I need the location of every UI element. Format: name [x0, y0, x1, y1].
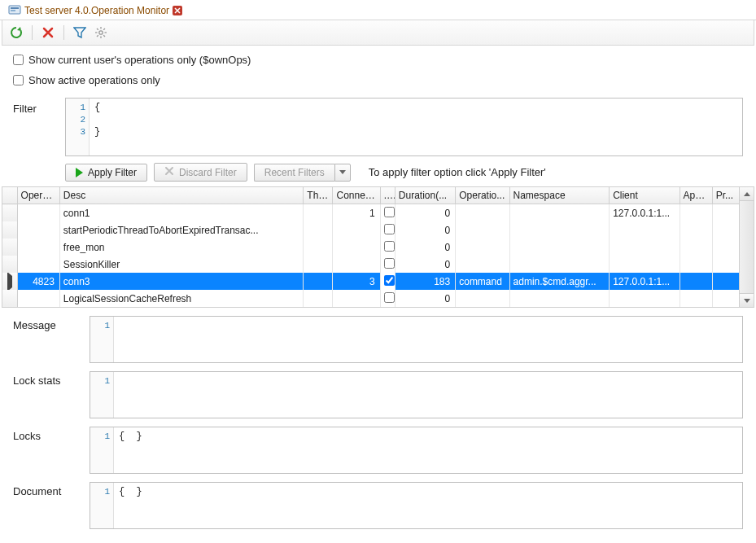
filter-code[interactable]: { } — [90, 99, 742, 155]
cell-checkbox[interactable] — [380, 273, 395, 290]
tab-operation-monitor[interactable]: Test server 4.0.Operation Monitor — [3, 2, 187, 19]
cell-app — [680, 204, 712, 222]
cell-checkbox[interactable] — [380, 290, 395, 307]
row-header[interactable] — [2, 221, 17, 239]
cell-connec — [333, 290, 380, 307]
cell-operation — [456, 204, 509, 222]
row-checkbox[interactable] — [384, 224, 395, 234]
col-client[interactable]: Client — [610, 187, 680, 204]
col-namespace[interactable]: Namespace — [509, 187, 610, 204]
document-editor[interactable]: 1 { } — [90, 482, 743, 529]
own-ops-checkbox-row[interactable]: Show current user's operations only ($ow… — [13, 54, 743, 66]
scroll-down-icon[interactable] — [740, 293, 754, 307]
grid-header-row: Opera... Desc Thr... Connec... ... Durat… — [2, 187, 741, 204]
row-indicator-icon — [7, 273, 12, 290]
cell-client — [610, 256, 680, 273]
col-pr[interactable]: Pr... — [712, 187, 740, 204]
separator — [63, 25, 64, 40]
cell-app — [680, 256, 712, 273]
table-row[interactable]: 4823conn33183commandadmin.$cmd.aggr...12… — [2, 273, 741, 290]
row-header[interactable] — [2, 239, 17, 256]
row-header[interactable] — [2, 273, 17, 290]
filter-buttons: Apply Filter Discard Filter Recent Filte… — [0, 161, 756, 186]
col-rowheader[interactable] — [2, 187, 17, 204]
own-ops-checkbox[interactable] — [13, 55, 24, 65]
refresh-button[interactable] — [7, 24, 25, 42]
cell-thr — [304, 290, 333, 307]
col-opera[interactable]: Opera... — [17, 187, 59, 204]
cell-namespace — [509, 290, 610, 307]
cell-thr — [304, 239, 333, 256]
cell-operation — [456, 256, 509, 273]
cell-checkbox[interactable] — [380, 204, 395, 222]
cell-namespace — [509, 256, 610, 273]
col-desc[interactable]: Desc — [59, 187, 303, 204]
cell-client: 127.0.0.1:1... — [610, 273, 680, 290]
cell-app — [680, 273, 712, 290]
separator — [32, 25, 33, 40]
active-only-label: Show active operations only — [28, 74, 160, 86]
col-connec[interactable]: Connec... — [333, 187, 380, 204]
col-thr[interactable]: Thr... — [304, 187, 333, 204]
table-row[interactable]: SessionKiller0 — [2, 256, 741, 273]
table-row[interactable]: conn110127.0.0.1:1... — [2, 204, 741, 222]
table-row[interactable]: LogicalSessionCacheRefresh0 — [2, 290, 741, 307]
col-app[interactable]: App ... — [680, 187, 712, 204]
cell-desc: LogicalSessionCacheRefresh — [59, 290, 303, 307]
cell-opera — [17, 204, 59, 222]
row-checkbox[interactable] — [384, 292, 395, 303]
cell-checkbox[interactable] — [380, 221, 395, 239]
row-checkbox[interactable] — [384, 275, 395, 286]
col-duration[interactable]: Duration(... — [395, 187, 455, 204]
cell-connec: 3 — [333, 273, 380, 290]
close-icon[interactable] — [173, 6, 182, 15]
cell-thr — [304, 204, 333, 222]
cell-desc: startPeriodicThreadToAbortExpiredTransac… — [59, 221, 303, 239]
svg-line-11 — [97, 35, 98, 37]
row-header[interactable] — [2, 290, 17, 307]
row-checkbox[interactable] — [384, 258, 395, 269]
tabbar: Test server 4.0.Operation Monitor — [0, 0, 756, 20]
message-editor[interactable]: 1 — [90, 316, 743, 363]
delete-button[interactable] — [39, 24, 57, 42]
discard-filter-button[interactable]: Discard Filter — [154, 163, 247, 182]
active-only-checkbox[interactable] — [13, 75, 24, 85]
cell-pr — [712, 239, 740, 256]
col-operation[interactable]: Operatio... — [456, 187, 509, 204]
gear-icon-button[interactable] — [92, 24, 110, 42]
cell-opera — [17, 290, 59, 307]
cell-checkbox[interactable] — [380, 239, 395, 256]
scroll-up-icon[interactable] — [740, 187, 754, 201]
recent-filters-button[interactable]: Recent Filters — [254, 164, 351, 182]
row-checkbox[interactable] — [384, 207, 395, 217]
cell-client — [610, 239, 680, 256]
filter-icon-button[interactable] — [71, 24, 89, 42]
cell-duration: 0 — [395, 239, 455, 256]
locks-editor[interactable]: 1 { } — [90, 427, 743, 474]
col-chk[interactable]: ... — [380, 187, 395, 204]
row-checkbox[interactable] — [384, 241, 395, 252]
active-only-checkbox-row[interactable]: Show active operations only — [13, 74, 743, 86]
cell-opera — [17, 256, 59, 273]
lock-stats-editor[interactable]: 1 — [90, 371, 743, 418]
table-row[interactable]: startPeriodicThreadToAbortExpiredTransac… — [2, 221, 741, 239]
cell-thr — [304, 256, 333, 273]
row-header[interactable] — [2, 204, 17, 222]
cell-checkbox[interactable] — [380, 256, 395, 273]
cell-namespace — [509, 204, 610, 222]
recent-filters-dropdown[interactable] — [334, 164, 351, 182]
cell-thr — [304, 221, 333, 239]
svg-point-3 — [99, 31, 103, 34]
discard-icon — [164, 166, 174, 178]
filter-editor[interactable]: 1 2 3 { } — [65, 98, 743, 156]
document-label: Document — [13, 482, 78, 497]
play-icon — [76, 168, 83, 177]
svg-line-10 — [103, 28, 105, 30]
grid-scrollbar[interactable] — [739, 187, 754, 307]
cell-duration: 0 — [395, 256, 455, 273]
detail-document: Document 1 { } — [0, 482, 756, 537]
row-header[interactable] — [2, 256, 17, 273]
apply-filter-button[interactable]: Apply Filter — [65, 164, 147, 182]
table-row[interactable]: free_mon0 — [2, 239, 741, 256]
cell-desc: free_mon — [59, 239, 303, 256]
